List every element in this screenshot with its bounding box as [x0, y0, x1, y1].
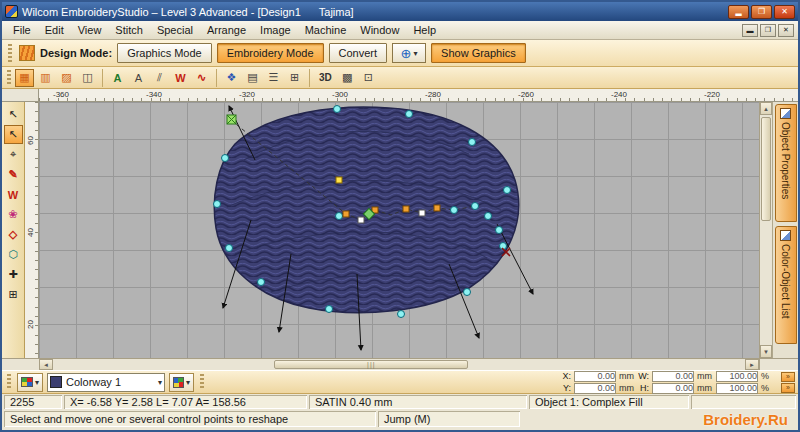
vertical-scroll-thumb[interactable]	[761, 117, 771, 221]
satin-fill-icon[interactable]: ▥	[36, 69, 55, 87]
thread-colors-button[interactable]: ▾	[169, 373, 194, 392]
machine-function: Jump (M)	[378, 411, 520, 427]
w-label: W:	[638, 371, 649, 381]
grid-tool[interactable]: ⊞	[4, 285, 23, 304]
app-window: Wilcom EmbroideryStudio – Level 3 Advanc…	[0, 0, 800, 432]
mdi-minimize-button[interactable]: ▬	[742, 24, 758, 37]
tab-color-object-list[interactable]: Color-Object List	[775, 226, 797, 344]
pen-digitize-tool[interactable]: ✎	[4, 165, 23, 184]
machine-format-globe-button[interactable]: ⊕ ▾	[392, 43, 426, 63]
horizontal-scrollbar[interactable]: ◄ ||| ►	[2, 358, 798, 370]
window-title-doc-format: Tajima]	[319, 6, 724, 18]
minimize-button[interactable]: ▂	[728, 5, 749, 19]
motif-fill-icon[interactable]: ▨	[57, 69, 76, 87]
horizontal-ruler: -360 -340 -320 -300 -280 -260 -240 -220	[39, 89, 798, 101]
stitch-edit-tool[interactable]: ⌖	[4, 145, 23, 164]
toolbar-grip[interactable]	[8, 44, 12, 62]
pointer-position: X= -6.58 Y= 2.58 L= 7.07 A= 158.56	[64, 395, 307, 409]
toolbar-overflow-button[interactable]: »	[781, 383, 795, 393]
y-field[interactable]	[574, 383, 616, 394]
design-canvas[interactable]	[39, 102, 759, 358]
colorway-name: Colorway 1	[66, 376, 154, 388]
status-bar: 2255 X= -6.58 Y= 2.58 L= 7.07 A= 158.56 …	[2, 394, 798, 410]
show-graphics-button[interactable]: Show Graphics	[431, 43, 526, 63]
add-node-tool[interactable]: ✚	[4, 265, 23, 284]
stitch-toolbar: ▦ ▥ ▨ ◫ A A ⫽ W ∿ ❖ ▤ ☰ ⊞ 3D ▩ ⊡	[2, 67, 798, 89]
w-field[interactable]	[652, 371, 694, 382]
maximize-button[interactable]: ❐	[751, 5, 772, 19]
scale-w-field[interactable]	[716, 371, 758, 382]
scale-h-field[interactable]	[716, 383, 758, 394]
menu-arrange[interactable]: Arrange	[200, 22, 253, 38]
menu-machine[interactable]: Machine	[298, 22, 354, 38]
lettering-tool[interactable]: W	[4, 185, 23, 204]
properties-icon	[780, 108, 791, 119]
motif-run-icon[interactable]: ∿	[192, 69, 211, 87]
star-fill-icon[interactable]: ❖	[222, 69, 241, 87]
motif-tool[interactable]: ❀	[4, 205, 23, 224]
menu-image[interactable]: Image	[253, 22, 298, 38]
grid-toggle-icon[interactable]: ⊞	[285, 69, 304, 87]
vertical-scrollbar[interactable]: ▲ ▼	[759, 102, 772, 358]
selected-node-handle[interactable]	[336, 177, 342, 183]
ruler-label: -300	[332, 90, 348, 99]
stitch-list-icon[interactable]: ☰	[264, 69, 283, 87]
column-stitch-icon[interactable]: ▤	[243, 69, 262, 87]
h-field[interactable]	[652, 383, 694, 394]
graphics-mode-button[interactable]: Graphics Mode	[117, 43, 212, 63]
tab-object-properties[interactable]: Object Properties	[775, 104, 797, 222]
close-button[interactable]: ✕	[774, 5, 795, 19]
vertical-scroll-track[interactable]	[760, 115, 772, 345]
lettering-icon[interactable]: A	[108, 69, 127, 87]
monogram-icon[interactable]: A	[129, 69, 148, 87]
ruler-label: -280	[425, 90, 441, 99]
mdi-restore-button[interactable]: ❐	[760, 24, 776, 37]
menu-stitch[interactable]: Stitch	[108, 22, 150, 38]
run-stitch-icon[interactable]: W	[171, 69, 190, 87]
ruler-row: -360 -340 -320 -300 -280 -260 -240 -220	[2, 89, 798, 102]
mdi-close-button[interactable]: ✕	[778, 24, 794, 37]
design-mode-label: Design Mode:	[40, 47, 112, 59]
toolbar-grip[interactable]	[200, 374, 204, 389]
reshape-tool[interactable]: ↖	[4, 125, 23, 144]
contour-fill-icon[interactable]: ◫	[78, 69, 97, 87]
menu-view[interactable]: View	[71, 22, 109, 38]
kerning-icon[interactable]: ⫽	[150, 69, 169, 87]
scroll-up-button[interactable]: ▲	[760, 102, 772, 115]
texture-view-icon[interactable]: ▩	[338, 69, 357, 87]
ruler-label: 60	[26, 136, 35, 145]
ruler-label: 40	[26, 228, 35, 237]
menu-file[interactable]: File	[6, 22, 38, 38]
chevron-down-icon: ▾	[158, 378, 162, 387]
x-field[interactable]	[574, 371, 616, 382]
tatami-fill-icon[interactable]: ▦	[15, 69, 34, 87]
stitch-count: 2255	[4, 395, 62, 409]
select-tool[interactable]: ↖	[4, 105, 23, 124]
menu-help[interactable]: Help	[406, 22, 443, 38]
embroidery-mode-button[interactable]: Embroidery Mode	[217, 43, 324, 63]
menu-special[interactable]: Special	[150, 22, 200, 38]
menu-window[interactable]: Window	[353, 22, 406, 38]
vertical-ruler: 60 40 20	[25, 102, 39, 358]
scroll-left-button[interactable]: ◄	[39, 359, 53, 370]
shape-tool[interactable]: ◇	[4, 225, 23, 244]
main-area: ↖ ↖ ⌖ ✎ W ❀ ◇ ⬡ ✚ ⊞ 60 40 20	[2, 102, 798, 358]
horizontal-scroll-thumb[interactable]: |||	[274, 360, 468, 369]
colorway-select[interactable]: Colorway 1 ▾	[47, 373, 165, 392]
toolbar-overflow-button[interactable]: »	[781, 372, 795, 382]
colorway-menu-button[interactable]: ▾	[17, 373, 43, 392]
embroidery-design[interactable]	[39, 102, 759, 358]
scroll-down-button[interactable]: ▼	[760, 345, 772, 358]
mode-toolbar: Design Mode: Graphics Mode Embroidery Mo…	[2, 40, 798, 67]
horizontal-scroll-track[interactable]: |||	[53, 359, 745, 370]
menu-edit[interactable]: Edit	[38, 22, 71, 38]
chevron-down-icon: ▾	[414, 49, 418, 58]
scroll-right-button[interactable]: ►	[745, 359, 759, 370]
3d-view-button[interactable]: 3D	[315, 72, 336, 83]
toolbar-grip[interactable]	[7, 374, 11, 389]
convert-button[interactable]: Convert	[329, 43, 388, 63]
entry-point-marker[interactable]	[227, 115, 236, 124]
hoop-toggle-icon[interactable]: ⊡	[359, 69, 378, 87]
polygon-tool[interactable]: ⬡	[4, 245, 23, 264]
toolbar-grip[interactable]	[7, 70, 11, 85]
